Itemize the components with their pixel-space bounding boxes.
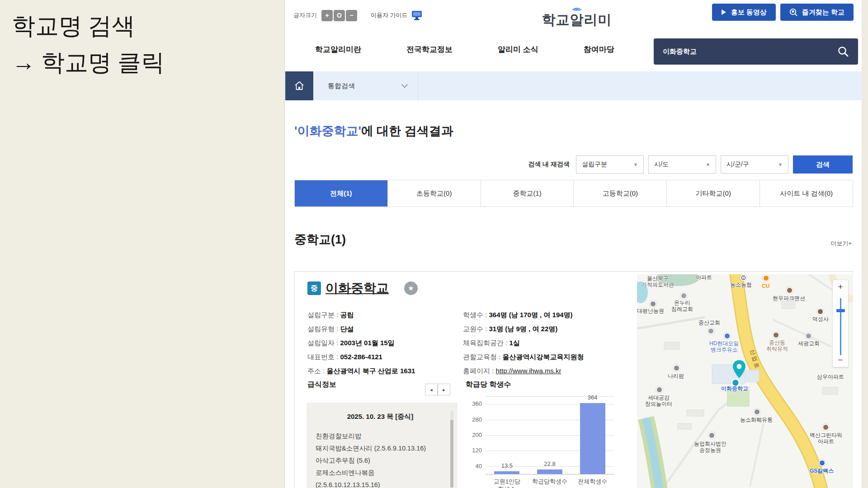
user-guide[interactable]: 이용자 가이드 [371,10,422,20]
tab-3[interactable]: 고등학교(0) [573,180,666,206]
school-name-link[interactable]: 이화중학교 [326,280,389,297]
refine-search-button[interactable]: 검색 [793,155,853,174]
site-header: 글자크기 +O− 이용자 가이드 학교알리미 [285,0,862,31]
school-info-right: 학생수 : 364명 (남 170명 , 여 194명)교원수 : 31명 (남… [463,308,584,378]
map-zoom-control: + − [832,280,849,367]
nav-item-2[interactable]: 알리미 소식 [498,44,538,55]
info-label: 홈페이지 : [463,367,496,375]
home-button[interactable] [285,71,313,100]
tab-2[interactable]: 중학교(1) [481,180,574,206]
map-poi-icon [708,432,715,439]
window-edge-strip [862,0,868,488]
favorite-schools-button[interactable]: 즐겨찾는 학교 [780,4,854,21]
chart-xtick: 교원1인당 학생수 [482,478,532,488]
meal-item: 아삭고추무침 (5.6) [316,455,445,467]
breadcrumb-label: 통합검색 [328,82,355,90]
chart-title: 학급당 학생수 [466,380,511,389]
font-size-button-2[interactable]: − [346,10,357,21]
filter-select-value: 시/도 [654,160,669,169]
favorite-star-button[interactable]: ★ [404,282,418,295]
zoom-slider-handle[interactable] [836,309,845,312]
map-label: 현우파크맨션 [773,295,805,301]
zoom-slider-track[interactable] [840,298,841,355]
font-size-button-0[interactable]: + [321,10,333,21]
more-link[interactable]: 더보기+ [830,239,852,248]
info-row: 교원수 : 31명 (남 9명 , 여 22명) [463,322,584,336]
main-nav: 학교알리미란전국학교정보알리미 소식참여마당 이화중학교 [285,31,862,71]
filter-select-0[interactable]: 설립구분▼ [576,155,644,174]
info-label: 학생수 : [463,311,489,319]
info-value: 2003년 01월 15일 [340,339,395,347]
chart-value-label: 13.5 [491,462,523,469]
user-guide-label[interactable]: 이용자 가이드 [371,11,408,19]
info-row: 대표번호 : 052-286-4121 [307,350,415,364]
filter-select-1[interactable]: 시/도▼ [648,155,716,174]
tab-4[interactable]: 기타학교(0) [666,180,760,206]
filter-select-value: 시/군/구 [726,160,749,169]
caret-down-icon: ▼ [633,162,638,167]
site-logo[interactable]: 학교알리미 [532,4,622,29]
homepage-link[interactable]: http://www.ihwa.ms.kr [496,367,561,375]
info-label: 설립유형 : [307,325,340,333]
chart-ytick: 40 [466,463,482,469]
zoom-out-button[interactable]: − [833,354,848,366]
map-poi-icon [708,328,714,334]
caret-down-icon: ▼ [706,162,710,167]
font-size-button-1[interactable]: O [334,10,345,21]
nav-item-1[interactable]: 전국학교정보 [406,44,453,55]
kakao-map[interactable]: 울산북구 기적의도서관한내글로리아 아파트W농소농협CU현우파크맨션온누리 침례… [637,274,853,488]
map-labels: 울산북구 기적의도서관한내글로리아 아파트W농소농협CU현우파크맨션온누리 침례… [637,274,853,488]
meal-scrollbar-thumb[interactable] [450,420,453,488]
meal-box: 2025. 10. 23 목 [중식] 친환경찰보리밥돼지국밥&소면사리 (2.… [307,403,458,488]
chart-bar-0 [494,471,519,474]
info-value: 공립 [340,311,354,319]
info-row: 설립일자 : 2003년 01월 15일 [307,336,415,350]
heart-search-icon [789,8,797,16]
page: 학교명 검색 → 학교명 클릭 글자크기 +O− 이용자 가이드 [0,0,868,488]
map-poi-icon [773,332,779,338]
meal-nav: ◂ ▸ [425,384,450,395]
chart-value-label: 22.8 [534,460,566,467]
info-row: 관할교육청 : 울산광역시강북교육지원청 [463,350,584,364]
meal-next-button[interactable]: ▸ [438,384,450,395]
refine-label: 검색 내 재검색 [528,160,570,169]
meal-item: 로제소스비엔나볶음 [316,467,445,479]
chart-ytick: 280 [466,416,482,423]
map-label: 나리팜 [668,373,684,379]
nav-item-0[interactable]: 학교알리미란 [315,44,361,55]
tab-1[interactable]: 초등학교(0) [387,180,481,206]
info-label: 설립일자 : [307,339,340,347]
info-value: 울산광역시강북교육지원청 [503,353,584,361]
search-input-value[interactable]: 이화중학교 [663,47,837,56]
tab-5[interactable]: 사이트 내 검색(0) [760,180,853,206]
font-size-label: 글자크기 [293,11,317,19]
annotation-text: 학교명 검색 → 학교명 클릭 [0,0,284,89]
map-poi-icon [822,424,829,431]
header-buttons: 홍보 동영상 즐겨찾는 학교 [712,4,854,21]
filter-select-2[interactable]: 시/군/구▼ [721,155,788,174]
zoom-in-button[interactable]: + [833,281,848,293]
map-label: GS칼텍스 [810,468,834,474]
info-label: 체육집회공간 : [463,339,509,347]
chart-ytick: 200 [466,432,482,438]
map-label: 한내글로리아 아파트 [688,274,720,281]
meal-item: (2.5.6.10.12.13.15.16) [316,479,445,488]
map-poi-icon [724,333,731,339]
meal-prev-button[interactable]: ◂ [425,384,438,395]
tab-0[interactable]: 전체(1) [295,180,387,206]
breadcrumb-dropdown[interactable]: 통합검색 [313,71,418,100]
map-poi-icon [786,287,793,294]
map-label: 대평난농원 [637,308,664,314]
search-icon[interactable] [837,46,849,57]
result-query: '이화중학교' [294,124,361,138]
info-row: 주소 : 울산광역시 북구 산업로 1631 [307,364,415,378]
school-search-box[interactable]: 이화중학교 [654,38,858,65]
map-poi-icon [763,275,769,282]
map-poi-icon [673,365,680,371]
chart-value-label: 364 [577,394,609,401]
info-value: 052-286-4121 [340,353,382,361]
info-row: 학생수 : 364명 (남 170명 , 여 194명) [463,308,584,322]
promo-video-button[interactable]: 홍보 동영상 [712,4,776,21]
home-icon [294,80,305,91]
nav-item-3[interactable]: 참여마당 [584,44,614,55]
